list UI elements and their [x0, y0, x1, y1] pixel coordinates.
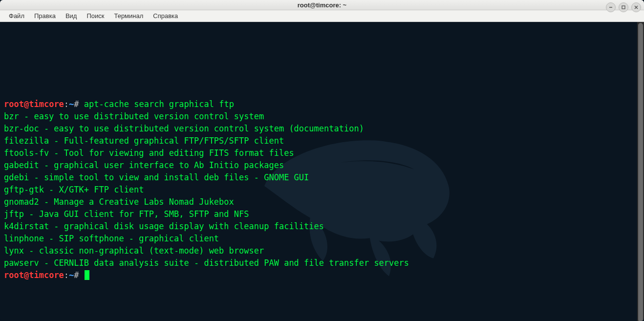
terminal-window: root@timcore: ~ Файл Правка Вид Поиск Те…: [0, 0, 644, 321]
output-line: gabedit - graphical user interface to Ab…: [4, 160, 284, 170]
terminal[interactable]: root@timcore:~# apt-cache search graphic…: [0, 22, 637, 321]
scroll-thumb[interactable]: [638, 23, 643, 321]
output-line: bzr-doc - easy to use distributed versio…: [4, 124, 364, 133]
prompt-at: @: [24, 99, 29, 109]
prompt-at: @: [24, 270, 29, 280]
output-line: lynx - classic non-graphical (text-mode)…: [4, 246, 264, 256]
output-line: bzr - easy to use distributed version co…: [4, 111, 264, 121]
prompt-user: root: [4, 99, 24, 109]
output-line: filezilla - Full-featured graphical FTP/…: [4, 136, 284, 146]
output-line: k4dirstat - graphical disk usage display…: [4, 221, 324, 231]
menu-terminal[interactable]: Терминал: [109, 10, 148, 21]
prompt-colon: :: [64, 270, 69, 280]
close-button[interactable]: [631, 2, 641, 12]
window-controls: [606, 2, 641, 12]
output-line: jftp - Java GUI client for FTP, SMB, SFT…: [4, 209, 249, 219]
menu-help[interactable]: Справка: [148, 10, 183, 21]
prompt-hash: #: [74, 99, 79, 109]
menu-view[interactable]: Вид: [61, 10, 82, 21]
terminal-content: root@timcore:~# apt-cache search graphic…: [4, 86, 633, 294]
menu-edit[interactable]: Правка: [29, 10, 61, 21]
output-line: gftp-gtk - X/GTK+ FTP client: [4, 185, 144, 194]
menubar: Файл Правка Вид Поиск Терминал Справка: [0, 10, 644, 22]
menu-search[interactable]: Поиск: [82, 10, 109, 21]
output-line: gdebi - simple tool to view and install …: [4, 172, 309, 182]
output-line: gnomad2 - Manage a Creative Labs Nomad J…: [4, 197, 234, 207]
titlebar: root@timcore: ~: [0, 0, 644, 10]
cursor: [85, 270, 89, 280]
menu-file[interactable]: Файл: [4, 10, 29, 21]
svg-rect-1: [622, 6, 625, 9]
prompt-hash: #: [74, 270, 79, 280]
maximize-icon: [621, 5, 626, 10]
close-icon: [634, 5, 639, 10]
prompt-path: ~: [69, 270, 74, 280]
prompt-user: root: [4, 270, 24, 280]
prompt-host: timcore: [29, 270, 64, 280]
prompt-colon: :: [64, 99, 69, 109]
minimize-icon: [608, 5, 613, 10]
maximize-button[interactable]: [619, 2, 628, 12]
prompt-host: timcore: [29, 99, 64, 109]
output-line: pawserv - CERNLIB data analysis suite - …: [4, 258, 409, 268]
terminal-area: root@timcore:~# apt-cache search graphic…: [0, 22, 644, 321]
window-title: root@timcore: ~: [298, 1, 346, 9]
output-line: linphone - SIP softphone - graphical cli…: [4, 234, 219, 243]
prompt-path: ~: [69, 99, 74, 109]
scrollbar[interactable]: [637, 22, 644, 321]
command-line: apt-cache search graphical ftp: [84, 99, 234, 109]
output-line: ftools-fv - Tool for viewing and editing…: [4, 148, 294, 158]
minimize-button[interactable]: [606, 2, 616, 12]
